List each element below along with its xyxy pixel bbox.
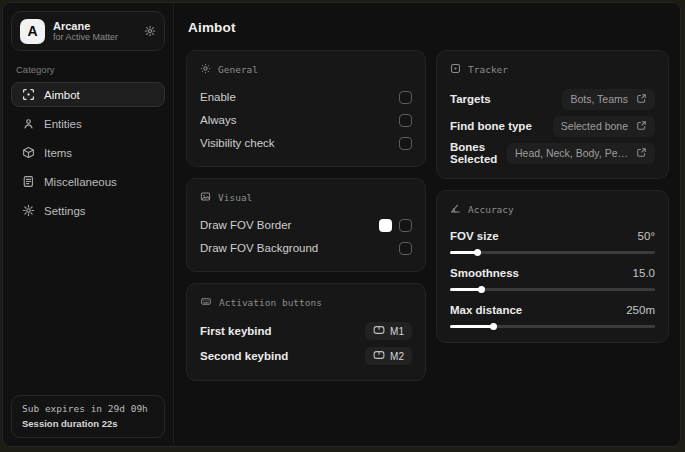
crosshair-scan-icon bbox=[22, 88, 35, 101]
setting-label: First keybind bbox=[200, 325, 272, 337]
setting-label: Always bbox=[200, 114, 236, 126]
select-value: Bots, Teams bbox=[570, 93, 628, 105]
section-title: General bbox=[218, 64, 258, 75]
sidebar-item-entities[interactable]: Entities bbox=[11, 111, 165, 136]
slider-value: 15.0 bbox=[633, 267, 655, 279]
app-logo: A bbox=[20, 19, 45, 44]
slider-fill bbox=[450, 325, 493, 328]
setting-row-visibility-check: Visibility check bbox=[200, 132, 412, 154]
sidebar-item-label: Items bbox=[44, 147, 72, 159]
setting-label: Targets bbox=[450, 93, 491, 105]
sidebar: A Arcane for Active Matter Category Aimb bbox=[3, 3, 174, 446]
setting-label: Draw FOV Background bbox=[200, 242, 318, 254]
setting-row-fov-border: Draw FOV Border bbox=[200, 214, 412, 236]
setting-row-find-bone-type: Find bone type Selected bone bbox=[450, 113, 655, 139]
tracker-section-header: Tracker bbox=[450, 63, 655, 76]
slider-value: 50° bbox=[638, 230, 655, 242]
sidebar-item-miscellaneous[interactable]: Miscellaneous bbox=[11, 169, 165, 194]
brand-card: A Arcane for Active Matter bbox=[11, 11, 165, 51]
keyboard-icon bbox=[200, 296, 212, 309]
bones-selected-select[interactable]: Head, Neck, Body, Pe… bbox=[507, 143, 655, 164]
setting-label: Smoothness bbox=[450, 267, 519, 279]
right-column: Tracker Targets Bots, Teams bbox=[436, 50, 669, 354]
category-label: Category bbox=[16, 64, 160, 75]
keybind-value: M1 bbox=[390, 326, 404, 337]
slider-thumb[interactable] bbox=[478, 286, 485, 293]
setting-label: Max distance bbox=[450, 304, 522, 316]
always-checkbox[interactable] bbox=[399, 114, 412, 127]
fov-size-slider[interactable] bbox=[450, 251, 655, 254]
activation-section-header: Activation buttons bbox=[200, 296, 412, 309]
keybind-value: M2 bbox=[390, 351, 404, 362]
session-duration-text: Session duration 22s bbox=[22, 418, 154, 429]
setting-row-enable: Enable bbox=[200, 86, 412, 108]
visibility-check-checkbox[interactable] bbox=[399, 137, 412, 150]
setting-row-bones-selected: Bones Selected Head, Neck, Body, Pe… bbox=[450, 140, 655, 166]
setting-label: FOV size bbox=[450, 230, 499, 242]
slider-thumb[interactable] bbox=[490, 323, 497, 330]
app-subtitle: for Active Matter bbox=[53, 32, 118, 42]
enable-checkbox[interactable] bbox=[399, 91, 412, 104]
first-keybind-button[interactable]: M1 bbox=[365, 322, 412, 340]
section-title: Tracker bbox=[468, 64, 508, 75]
setting-row-first-keybind: First keybind M1 bbox=[200, 319, 412, 343]
sidebar-item-label: Miscellaneous bbox=[44, 176, 117, 188]
list-icon bbox=[22, 175, 35, 188]
expand-select-icon bbox=[636, 147, 647, 160]
app-name: Arcane bbox=[53, 20, 118, 33]
setting-label: Draw FOV Border bbox=[200, 219, 291, 231]
fov-background-checkbox[interactable] bbox=[399, 242, 412, 255]
gear-icon bbox=[22, 204, 35, 217]
activation-card: Activation buttons First keybind bbox=[186, 283, 426, 381]
second-keybind-button[interactable]: M2 bbox=[365, 347, 412, 365]
setting-label: Visibility check bbox=[200, 137, 275, 149]
page-title: Aimbot bbox=[188, 20, 669, 35]
fov-border-color-swatch[interactable] bbox=[379, 219, 392, 232]
slider-value: 250m bbox=[626, 304, 655, 316]
section-title: Accuracy bbox=[468, 204, 514, 215]
sidebar-item-label: Settings bbox=[44, 205, 86, 217]
expand-select-icon bbox=[636, 120, 647, 133]
sidebar-item-label: Aimbot bbox=[44, 89, 80, 101]
setting-label: Enable bbox=[200, 91, 236, 103]
setting-row-fov-background: Draw FOV Background bbox=[200, 237, 412, 259]
setting-label: Second keybind bbox=[200, 350, 288, 362]
visual-section-header: Visual bbox=[200, 191, 412, 204]
sidebar-item-aimbot[interactable]: Aimbot bbox=[11, 82, 165, 107]
setting-row-smoothness: Smoothness 15.0 bbox=[450, 263, 655, 291]
smoothness-slider[interactable] bbox=[450, 288, 655, 291]
sidebar-item-label: Entities bbox=[44, 118, 82, 130]
person-scan-icon bbox=[22, 117, 35, 130]
select-value: Selected bone bbox=[561, 120, 628, 132]
subscription-info: Sub expires in 29d 09h Session duration … bbox=[11, 395, 165, 438]
setting-row-targets: Targets Bots, Teams bbox=[450, 86, 655, 112]
mouse-icon bbox=[373, 350, 385, 362]
accuracy-card: Accuracy FOV size 50° bbox=[436, 190, 669, 343]
general-section-header: General bbox=[200, 63, 412, 76]
select-value: Head, Neck, Body, Pe… bbox=[515, 147, 628, 159]
max-distance-slider[interactable] bbox=[450, 325, 655, 328]
gear-icon[interactable] bbox=[144, 25, 156, 37]
sidebar-item-items[interactable]: Items bbox=[11, 140, 165, 165]
mouse-icon bbox=[373, 325, 385, 337]
find-bone-type-select[interactable]: Selected bone bbox=[553, 116, 655, 137]
expand-select-icon bbox=[636, 93, 647, 106]
targets-select[interactable]: Bots, Teams bbox=[562, 89, 655, 110]
sun-icon bbox=[200, 63, 211, 76]
slider-fill bbox=[450, 251, 477, 254]
radar-icon bbox=[450, 63, 461, 76]
fov-border-checkbox[interactable] bbox=[399, 219, 412, 232]
setting-row-max-distance: Max distance 250m bbox=[450, 300, 655, 328]
brand-text: Arcane for Active Matter bbox=[53, 20, 118, 43]
angle-icon bbox=[450, 203, 461, 216]
tracker-card: Tracker Targets Bots, Teams bbox=[436, 50, 669, 179]
slider-thumb[interactable] bbox=[474, 249, 481, 256]
setting-row-fov-size: FOV size 50° bbox=[450, 226, 655, 254]
cube-icon bbox=[22, 146, 35, 159]
sidebar-item-settings[interactable]: Settings bbox=[11, 198, 165, 223]
section-title: Activation buttons bbox=[219, 297, 322, 308]
setting-label: Bones Selected bbox=[450, 141, 507, 165]
setting-row-always: Always bbox=[200, 109, 412, 131]
section-title: Visual bbox=[218, 192, 252, 203]
left-column: General Enable Always Visibility check bbox=[186, 50, 426, 392]
